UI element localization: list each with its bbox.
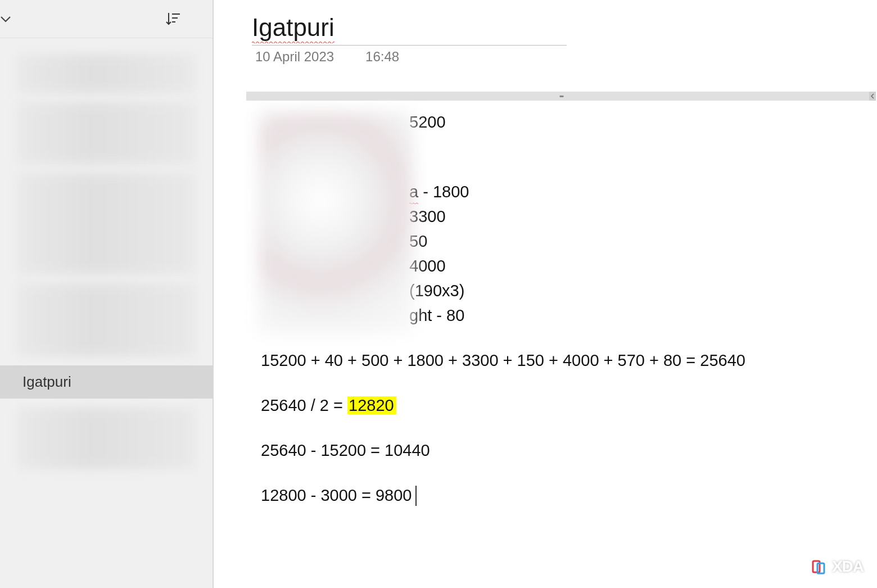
note-title[interactable]: Igatpuri xyxy=(252,13,334,44)
drag-dots-icon: •••• xyxy=(559,93,563,99)
page-item-redacted[interactable] xyxy=(17,283,196,356)
container-drag-handle[interactable]: •••• xyxy=(246,92,876,101)
sidebar-header xyxy=(0,0,213,38)
note-canvas[interactable]: Igatpuri 10 April 2023 16:48 •••• 5200 a… xyxy=(214,0,877,588)
highlighted-result[interactable]: 12820 xyxy=(347,396,396,414)
collapse-chevron-button[interactable] xyxy=(0,10,13,28)
page-item-redacted[interactable] xyxy=(17,173,196,274)
sort-button[interactable] xyxy=(162,8,184,30)
note-metadata-row: 10 April 2023 16:48 xyxy=(255,49,877,65)
watermark: XDA xyxy=(812,558,864,576)
note-time[interactable]: 16:48 xyxy=(365,49,399,65)
page-item-redacted[interactable] xyxy=(17,54,196,93)
note-content-container: •••• 5200 a - 1800 3300 50 4000 (190x3) … xyxy=(246,92,877,519)
page-item-redacted[interactable] xyxy=(17,102,196,164)
container-resize-handle[interactable] xyxy=(869,92,876,101)
page-item-selected[interactable]: Igatpuri xyxy=(0,365,213,399)
resize-arrow-icon xyxy=(871,93,874,99)
calculation-line[interactable]: 25640 - 15200 = 10440 xyxy=(261,439,862,462)
embedded-image-redacted[interactable] xyxy=(259,112,413,334)
watermark-text: XDA xyxy=(832,558,864,576)
sort-icon xyxy=(165,11,182,28)
page-item-redacted[interactable] xyxy=(17,408,196,469)
note-title-container: Igatpuri xyxy=(252,13,567,46)
xda-logo-icon xyxy=(812,558,830,576)
calculation-line[interactable]: 25640 / 2 = 12820 xyxy=(261,394,862,417)
chevron-down-icon xyxy=(0,15,11,23)
note-date[interactable]: 10 April 2023 xyxy=(255,49,334,65)
calculation-line[interactable]: 15200 + 40 + 500 + 1800 + 3300 + 150 + 4… xyxy=(261,349,862,372)
text-cursor xyxy=(415,486,417,506)
note-body[interactable]: 5200 a - 1800 3300 50 4000 (190x3) ght -… xyxy=(246,101,877,519)
calculation-line[interactable]: 12800 - 3000 = 9800 xyxy=(261,484,862,506)
page-list-sidebar: Igatpuri xyxy=(0,0,214,588)
page-list[interactable]: Igatpuri xyxy=(0,38,213,588)
